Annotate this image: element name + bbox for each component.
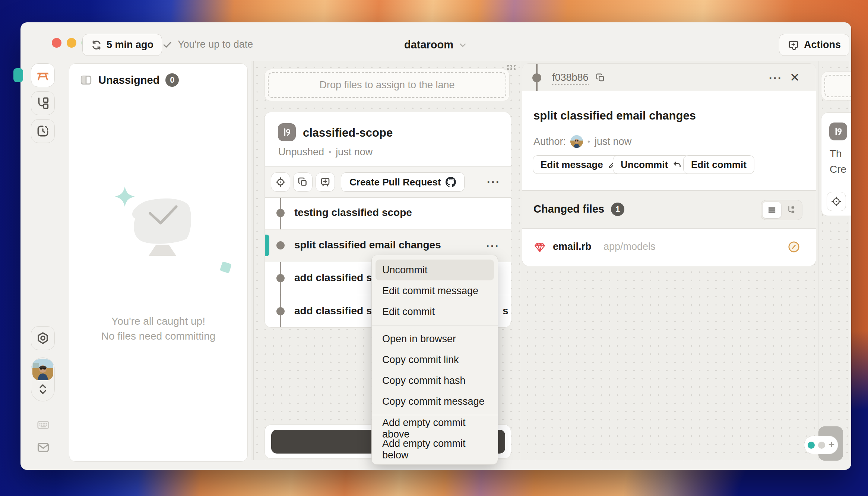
keyboard-icon — [37, 418, 50, 432]
split-view-icon — [80, 74, 92, 86]
commit-row[interactable]: testing classified scope — [265, 197, 511, 229]
branch-icon — [829, 123, 847, 140]
menu-item-edit-commit-message[interactable]: Edit commit message — [376, 280, 494, 301]
details-menu-button[interactable]: ··· — [769, 73, 782, 84]
sync-icon — [91, 39, 102, 51]
peek-lane-dropzone — [821, 71, 851, 101]
commit-menu-button[interactable]: ··· — [486, 241, 500, 252]
copy-hash-icon[interactable] — [595, 73, 606, 83]
actions-sparkle-icon — [788, 39, 799, 51]
up-to-date-status: You're up to date — [162, 39, 253, 50]
inactive-lane-dot[interactable] — [818, 442, 825, 449]
peek-branch-card: Th Cre — [821, 112, 851, 216]
commit-dot — [276, 274, 285, 282]
menu-item-uncommit[interactable]: Uncommit — [376, 260, 494, 280]
close-window-button[interactable] — [52, 38, 61, 48]
edit-commit-label: Edit commit — [691, 159, 747, 171]
file-row[interactable]: email.rb app/models — [522, 229, 816, 266]
unassigned-count-badge: 0 — [165, 73, 179, 87]
menu-item-add-empty-commit-above[interactable]: Add empty commit above — [376, 418, 494, 439]
project-name: dataroom — [404, 39, 453, 51]
commit-message-overflow: s — [503, 305, 509, 317]
commit-dot — [532, 73, 541, 82]
separator-dot: • — [329, 148, 331, 156]
actions-button[interactable]: Actions — [779, 34, 849, 56]
sidebar-item-branches[interactable] — [31, 91, 55, 115]
column-divider — [818, 61, 818, 460]
edit-message-button[interactable]: Edit message — [533, 155, 625, 174]
commit-details-panel: f038b86 ··· ✕ split classified email cha… — [522, 63, 816, 266]
column-divider — [253, 61, 254, 460]
feedback-button[interactable] — [37, 441, 50, 454]
add-lane-button[interactable]: + — [829, 439, 834, 450]
focus-branch-button[interactable] — [827, 192, 846, 211]
list-view-icon — [767, 205, 777, 215]
copy-icon — [297, 177, 308, 188]
sync-button[interactable]: 5 min ago — [82, 34, 162, 56]
create-pull-request-button[interactable]: Create Pull Request — [341, 172, 465, 192]
chevron-down-icon — [458, 40, 468, 50]
menu-item-add-empty-commit-below[interactable]: Add empty commit below — [376, 439, 494, 460]
branch-name[interactable]: classified-scope — [303, 126, 393, 140]
commit-dot — [276, 241, 285, 249]
empty-state-title: You're all caught up! — [69, 315, 247, 327]
dropzone-label: Drop files to assign to the lane — [268, 72, 506, 98]
active-lane-dot[interactable] — [808, 442, 815, 449]
commit-title: split classified email changes — [533, 109, 696, 123]
crosshair-icon — [275, 177, 286, 188]
workbench-icon — [36, 68, 50, 82]
commit-hash[interactable]: f038b86 — [552, 72, 589, 85]
commit-message: testing classified scope — [294, 207, 412, 219]
file-view-toggle — [761, 200, 802, 220]
menu-item-edit-commit[interactable]: Edit commit — [376, 301, 494, 322]
menu-divider — [372, 415, 498, 415]
check-icon — [162, 39, 172, 50]
menu-divider — [372, 325, 498, 325]
close-icon[interactable]: ✕ — [790, 70, 800, 85]
avatar — [32, 359, 53, 380]
add-dependent-branch-button[interactable] — [316, 172, 335, 192]
unassigned-panel: Unassigned 0 You're — [69, 63, 248, 462]
branch-menu-button[interactable]: ··· — [487, 177, 500, 188]
keyboard-shortcuts-button[interactable] — [37, 418, 50, 432]
menu-item-copy-commit-link[interactable]: Copy commit link — [376, 349, 494, 370]
focus-branch-button[interactable] — [271, 172, 290, 192]
monitor-blob-shape — [127, 197, 198, 262]
lane-dropzone[interactable]: Drop files to assign to the lane — [264, 69, 510, 101]
actions-label: Actions — [804, 39, 841, 51]
uncommit-button[interactable]: Uncommit — [613, 155, 690, 174]
branch-time: just now — [336, 146, 373, 158]
list-view-button[interactable] — [763, 202, 781, 218]
sidebar-item-history[interactable] — [31, 119, 55, 143]
separator-dot: • — [587, 137, 590, 146]
unassigned-title: Unassigned — [98, 74, 159, 86]
menu-item-copy-commit-message[interactable]: Copy commit message — [376, 391, 494, 412]
edit-commit-button[interactable]: Edit commit — [683, 155, 754, 174]
uncommit-label: Uncommit — [621, 159, 668, 171]
gear-icon — [36, 331, 50, 345]
undo-icon — [672, 160, 682, 169]
profile-switcher[interactable] — [31, 357, 55, 401]
sidebar-item-workspace[interactable] — [31, 63, 55, 87]
duplicate-branch-button[interactable] — [293, 172, 313, 192]
project-switcher[interactable]: dataroom — [404, 39, 468, 51]
crosshair-icon — [831, 196, 842, 207]
chevron-up-down-icon — [37, 382, 48, 397]
settings-button[interactable] — [31, 326, 55, 350]
minimize-window-button[interactable] — [67, 38, 76, 48]
create-pr-label: Create Pull Request — [349, 177, 441, 188]
branch-icon — [278, 123, 296, 141]
changed-files-count-badge: 1 — [611, 203, 624, 216]
drawer-handle[interactable] — [13, 68, 23, 82]
tree-view-icon — [786, 205, 796, 215]
lane-drag-handle-icon[interactable] — [506, 64, 516, 71]
lane-pager: + — [804, 436, 838, 454]
app-window: 5 min ago You're up to date dataroom — [20, 22, 851, 470]
diamond-icon — [218, 259, 234, 276]
sync-label: 5 min ago — [107, 39, 153, 51]
peek-text-line: Th — [830, 148, 842, 160]
menu-item-open-in-browser[interactable]: Open in browser — [376, 328, 494, 349]
add-frame-icon — [320, 177, 331, 188]
menu-item-copy-commit-hash[interactable]: Copy commit hash — [376, 370, 494, 391]
tree-view-button[interactable] — [782, 202, 801, 218]
